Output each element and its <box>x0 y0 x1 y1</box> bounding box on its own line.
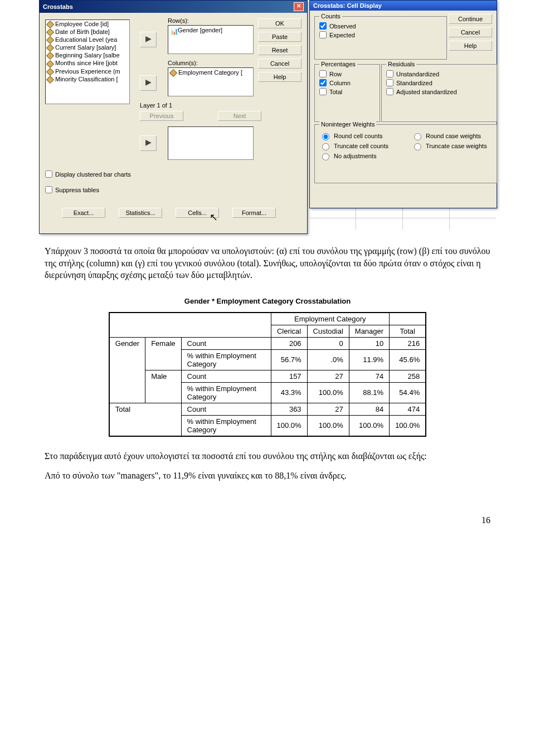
stat-label: Count <box>181 370 271 382</box>
list-item[interactable]: Minority Classification [ <box>46 75 129 83</box>
residuals-legend: Residuals <box>386 61 416 67</box>
cell-display-dialog: Crosstabs: Cell Display Continue Cancel … <box>309 0 497 208</box>
observed-checkbox[interactable]: Observed <box>319 22 442 30</box>
list-item[interactable]: Beginning Salary [salbe <box>46 51 129 59</box>
cell: 157 <box>271 370 307 382</box>
cell: 100.0% <box>390 415 426 436</box>
dialog-title: Crosstabs <box>43 3 73 10</box>
close-icon[interactable]: ✕ <box>294 2 304 11</box>
cell: 100.0% <box>349 415 389 436</box>
cell: 88.1% <box>349 382 389 403</box>
cell: 0 <box>307 337 349 349</box>
list-item[interactable]: Date of Birth [bdate] <box>46 28 129 36</box>
percentages-legend: Percentages <box>319 61 357 67</box>
super-header: Employment Category <box>271 313 390 325</box>
list-item[interactable]: Employment Category [ <box>169 69 252 76</box>
cell: 10 <box>349 337 389 349</box>
previous-button[interactable]: Previous <box>140 111 183 121</box>
statistics-button[interactable]: Statistics... <box>119 208 162 218</box>
expected-checkbox[interactable]: Expected <box>319 31 442 38</box>
titlebar[interactable]: Crosstabs ✕ <box>40 1 307 13</box>
residuals-fieldset: Residuals Unstandardized Standardized Ad… <box>381 64 497 122</box>
paragraph: Στο παράδειγμα αυτό έχουν υπολογιστεί τα… <box>45 450 490 462</box>
list-item[interactable]: Months since Hire [jobt <box>46 59 129 67</box>
dialog-title: Crosstabs: Cell Display <box>313 2 382 9</box>
cancel-button[interactable]: Cancel <box>449 27 492 37</box>
help-button[interactable]: Help <box>258 72 301 82</box>
titlebar[interactable]: Crosstabs: Cell Display <box>310 1 497 11</box>
move-to-rows-button[interactable]: ▶ <box>140 32 157 47</box>
reset-button[interactable]: Reset <box>258 45 301 55</box>
list-item[interactable]: Current Salary [salary] <box>46 43 129 51</box>
unstandardized-checkbox[interactable]: Unstandardized <box>386 70 492 77</box>
cell: 11.9% <box>349 349 389 370</box>
continue-button[interactable]: Continue <box>449 14 492 24</box>
cell: 54.4% <box>390 382 426 403</box>
list-item[interactable]: Previous Experience (m <box>46 67 129 75</box>
help-button[interactable]: Help <box>449 41 492 51</box>
next-button[interactable]: Next <box>218 111 261 121</box>
ok-button[interactable]: OK <box>258 18 301 28</box>
noninteger-fieldset: Noninteger Weights Round cell counts Tru… <box>314 124 497 183</box>
cell: 100.0% <box>271 415 307 436</box>
row-label: Female <box>145 337 181 370</box>
crosstabs-dialog: Crosstabs ✕ Employee Code [id] Date of B… <box>39 0 308 234</box>
cell: .0% <box>307 349 349 370</box>
list-item[interactable]: Employee Code [id] <box>46 20 129 28</box>
column-checkbox[interactable]: Column <box>319 79 375 86</box>
format-button[interactable]: Format... <box>232 208 276 218</box>
standardized-checkbox[interactable]: Standardized <box>386 79 492 86</box>
col-header: Clerical <box>271 325 307 337</box>
rows-label: Row(s): <box>168 17 189 24</box>
cols-listbox[interactable]: Employment Category [ <box>168 67 254 96</box>
cell: 74 <box>349 370 389 382</box>
cols-label: Column(s): <box>168 60 198 66</box>
col-header: Manager <box>349 325 389 337</box>
paragraph: Υπάρχουν 3 ποσοστά τα οποία θα μπορούσαν… <box>45 245 490 281</box>
truncate-case-radio[interactable]: Truncate case weights <box>411 142 492 150</box>
no-adjustments-radio[interactable]: No adjustments <box>319 152 400 160</box>
noninteger-legend: Noninteger Weights <box>319 121 376 128</box>
stat-label: % within Employment Category <box>181 349 271 370</box>
cell: 84 <box>349 403 389 415</box>
cursor-icon: ↖ <box>210 211 218 223</box>
row-group: Gender <box>109 337 145 403</box>
cancel-button[interactable]: Cancel <box>258 58 301 69</box>
adj-standardized-checkbox[interactable]: Adjusted standardized <box>386 88 492 95</box>
rows-listbox[interactable]: 📊Gender [gender] <box>168 25 254 54</box>
cell: 27 <box>307 403 349 415</box>
counts-fieldset: Counts Observed Expected <box>314 16 447 60</box>
suppress-tables-checkbox[interactable]: Suppress tables <box>45 186 99 193</box>
move-to-layer-button[interactable]: ▶ <box>140 135 157 151</box>
row-checkbox[interactable]: Row <box>319 70 375 77</box>
page-number: 16 <box>0 515 490 525</box>
paste-button[interactable]: Paste <box>258 32 301 42</box>
paragraph: Από το σύνολο των "managers", το 11,9% ε… <box>45 470 490 482</box>
cell: 43.3% <box>271 382 307 403</box>
table-title: Gender * Employment Category Crosstabula… <box>0 297 535 305</box>
counts-legend: Counts <box>319 13 342 19</box>
percentages-fieldset: Percentages Row Column Total <box>314 64 380 122</box>
list-item[interactable]: 📊Gender [gender] <box>169 26 252 34</box>
list-item[interactable]: Educational Level (yea <box>46 36 129 43</box>
stat-label: Count <box>181 337 271 349</box>
row-label: Male <box>145 370 181 403</box>
total-checkbox[interactable]: Total <box>319 88 375 95</box>
move-to-cols-button[interactable]: ▶ <box>140 75 157 91</box>
cell: 474 <box>390 403 426 415</box>
stat-label: % within Employment Category <box>181 382 271 403</box>
round-case-radio[interactable]: Round case weights <box>411 131 492 140</box>
cell: 206 <box>271 337 307 349</box>
cell: 100.0% <box>307 382 349 403</box>
display-clustered-checkbox[interactable]: Display clustered bar charts <box>45 170 131 178</box>
exact-button[interactable]: Exact... <box>62 208 105 218</box>
col-header: Total <box>390 325 426 337</box>
variable-listbox[interactable]: Employee Code [id] Date of Birth [bdate]… <box>45 19 130 104</box>
stat-label: Count <box>181 403 271 415</box>
crosstabulation-table: Employment Category Clerical Custodial M… <box>109 312 426 437</box>
cell: 216 <box>390 337 426 349</box>
cell: 258 <box>390 370 426 382</box>
layer-listbox[interactable] <box>168 126 254 160</box>
round-cell-radio[interactable]: Round cell counts <box>319 131 400 140</box>
truncate-cell-radio[interactable]: Truncate cell counts <box>319 142 400 150</box>
